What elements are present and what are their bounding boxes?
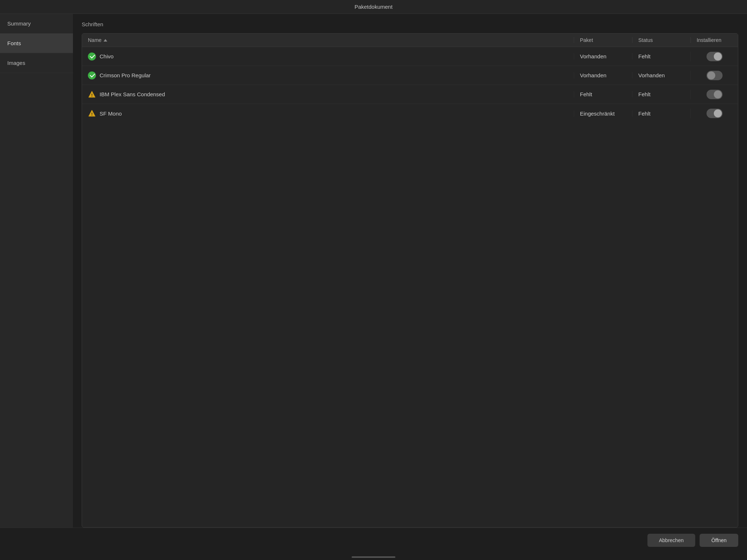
fonts-table: Name Paket Status Installieren Chivo <box>82 33 738 528</box>
row-name-crimson: Crimson Pro Regular <box>82 71 574 79</box>
sidebar-item-fonts[interactable]: Fonts <box>0 34 73 53</box>
scroll-indicator <box>0 553 747 560</box>
table-row: Crimson Pro Regular Vorhanden Vorhanden <box>82 66 738 85</box>
table-header: Name Paket Status Installieren <box>82 34 738 47</box>
row-installieren-ibm <box>690 90 738 99</box>
section-title: Schriften <box>82 21 738 27</box>
row-status-chivo: Fehlt <box>632 53 690 59</box>
table-row: ! IBM Plex Sans Condensed Fehlt Fehlt <box>82 85 738 104</box>
row-paket-ibm: Fehlt <box>574 91 632 97</box>
toggle-knob-ibm <box>714 90 722 98</box>
toggle-sfmono[interactable] <box>707 109 723 118</box>
check-icon <box>88 71 96 79</box>
scroll-bar <box>352 556 395 558</box>
row-paket-crimson: Vorhanden <box>574 72 632 78</box>
check-icon <box>88 52 96 61</box>
row-paket-chivo: Vorhanden <box>574 53 632 59</box>
row-name-ibm: ! IBM Plex Sans Condensed <box>82 90 574 98</box>
bottom-bar: Abbrechen Öffnen <box>0 528 747 553</box>
svg-text:!: ! <box>91 112 93 116</box>
row-name-chivo: Chivo <box>82 52 574 61</box>
warning-icon: ! <box>88 90 96 98</box>
cancel-button[interactable]: Abbrechen <box>647 534 696 547</box>
svg-text:!: ! <box>91 93 93 97</box>
open-button[interactable]: Öffnen <box>700 534 738 547</box>
col-header-installieren: Installieren <box>690 37 738 43</box>
toggle-ibm[interactable] <box>707 90 723 99</box>
sidebar: Summary Fonts Images <box>0 14 73 528</box>
sort-arrow-icon <box>104 39 107 42</box>
col-header-paket: Paket <box>574 37 632 43</box>
table-row: Chivo Vorhanden Fehlt <box>82 47 738 66</box>
toggle-crimson[interactable] <box>707 71 723 80</box>
row-installieren-sfmono <box>690 109 738 118</box>
row-status-ibm: Fehlt <box>632 91 690 97</box>
toggle-knob-crimson <box>707 71 715 79</box>
row-name-sfmono: ! SF Mono <box>82 109 574 117</box>
content-area: Schriften Name Paket Status Installieren <box>73 14 747 528</box>
main-layout: Summary Fonts Images Schriften Name Pake… <box>0 14 747 528</box>
sidebar-item-summary[interactable]: Summary <box>0 14 73 34</box>
title-bar: Paketdokument <box>0 0 747 14</box>
toggle-knob-chivo <box>714 52 722 61</box>
row-installieren-crimson <box>690 71 738 80</box>
row-status-sfmono: Fehlt <box>632 110 690 117</box>
row-installieren-chivo <box>690 52 738 61</box>
col-header-status: Status <box>632 37 690 43</box>
col-header-name[interactable]: Name <box>82 37 574 43</box>
warning-icon: ! <box>88 109 96 117</box>
toggle-chivo[interactable] <box>707 52 723 61</box>
sidebar-item-images[interactable]: Images <box>0 53 73 73</box>
row-paket-sfmono: Eingeschränkt <box>574 110 632 117</box>
row-status-crimson: Vorhanden <box>632 72 690 78</box>
table-row: ! SF Mono Eingeschränkt Fehlt <box>82 104 738 123</box>
title-text: Paketdokument <box>355 4 392 10</box>
toggle-knob-sfmono <box>714 109 722 117</box>
